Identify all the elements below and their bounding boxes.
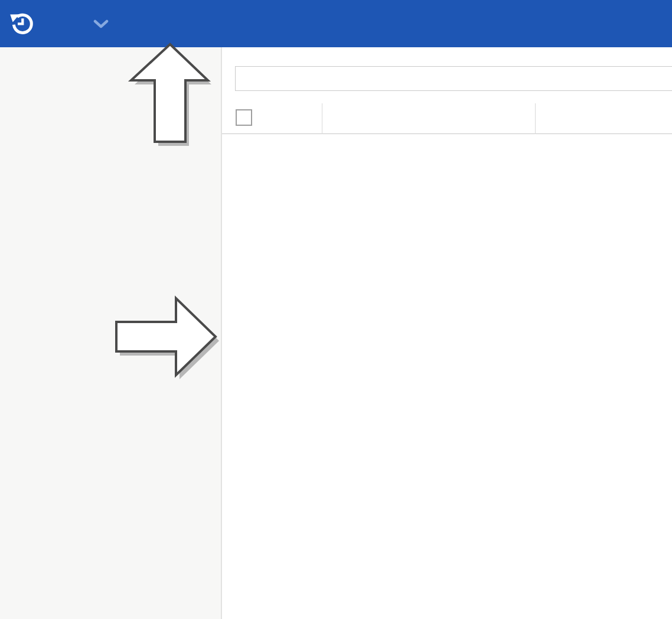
log-table-panel [222, 47, 672, 619]
select-all-checkbox[interactable] [236, 109, 252, 126]
column-divider [322, 103, 322, 134]
logs-app-window [0, 0, 672, 619]
column-header-level[interactable] [252, 102, 323, 134]
chevron-down-icon[interactable] [93, 19, 109, 29]
search-input[interactable] [235, 66, 672, 91]
sidebar [0, 47, 222, 619]
topbar [0, 0, 672, 47]
column-divider [535, 103, 536, 134]
table-header [222, 102, 672, 134]
history-logo-icon [9, 11, 35, 37]
